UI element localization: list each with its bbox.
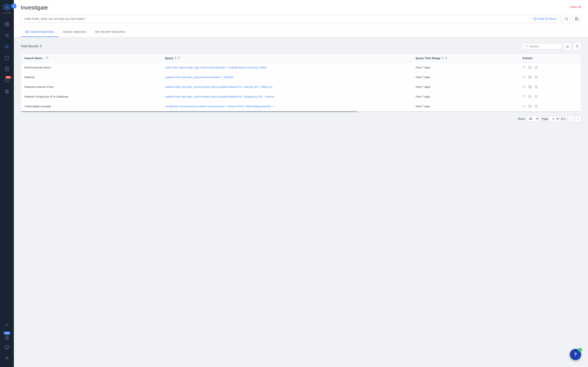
svg-point-26 <box>565 17 567 20</box>
cell-time-1: Past 7 days <box>412 72 519 82</box>
column-settings-button[interactable] <box>573 42 581 50</box>
cell-name-4: Vulnerability example <box>21 101 162 111</box>
run-search-icon-4[interactable] <box>522 104 526 108</box>
horizontal-scrollbar[interactable] <box>21 111 581 112</box>
main-search-bar: Past 24 hours <box>21 15 560 23</box>
time-range-label: Past 24 hours <box>538 17 557 20</box>
run-search-icon-1[interactable] <box>522 75 526 79</box>
nav-item-list[interactable] <box>2 30 12 41</box>
svg-point-36 <box>523 76 525 78</box>
sidebar-bottom: Trial <box>2 318 12 367</box>
help-label: ? <box>574 352 577 357</box>
svg-point-24 <box>6 357 8 358</box>
cell-actions-2 <box>519 82 581 92</box>
svg-line-27 <box>567 19 568 20</box>
tab-my-recent-searches[interactable]: My Recent Searches <box>91 27 130 37</box>
delete-icon-4[interactable] <box>534 104 538 108</box>
search-submit-button[interactable] <box>562 15 571 23</box>
save-icon-2[interactable] <box>528 85 532 89</box>
svg-line-41 <box>525 97 526 98</box>
prev-page-button[interactable]: ‹ <box>568 116 574 122</box>
results-header: Total Results: 5 <box>21 42 581 50</box>
sidebar-logo[interactable]: CLOUD <box>0 0 14 17</box>
svg-point-18 <box>6 324 8 325</box>
top-header: Investigate Clear All Past 24 hours <box>14 0 588 27</box>
page-navigation: ‹ › <box>568 116 581 122</box>
nav-item-shield[interactable] <box>2 53 12 63</box>
help-button[interactable]: 6 ? <box>570 349 581 360</box>
svg-point-28 <box>526 45 527 47</box>
rows-per-page-select[interactable]: 25 50 100 <box>526 116 539 122</box>
run-search-icon-3[interactable] <box>522 95 526 98</box>
cell-query-3[interactable]: network from vpc.flow_record where sourc… <box>162 92 412 101</box>
save-icon-4[interactable] <box>528 104 532 108</box>
tabs-container: My Saved Searches Saved Searches My Rece… <box>14 27 588 37</box>
page-selector: Page 1 of 1 <box>542 116 565 122</box>
svg-point-34 <box>523 66 525 68</box>
col-name-label: Search Name <box>25 57 42 60</box>
table-header-row: Search Name ↑ ⠿ Query ⇅ ⠿ <box>21 54 581 63</box>
nav-item-monitor[interactable] <box>2 342 12 352</box>
nav-item-alert[interactable]: 1889 <box>2 75 12 85</box>
save-icon-3[interactable] <box>528 95 532 98</box>
run-search-icon-0[interactable] <box>522 66 526 69</box>
cell-actions-3 <box>519 92 581 101</box>
nav-item-dashboard[interactable] <box>2 19 12 29</box>
delete-icon-2[interactable] <box>534 85 538 89</box>
nav-item-user[interactable] <box>2 353 12 364</box>
save-search-button[interactable] <box>572 15 581 23</box>
sidebar: CLOUD 1889 Trial <box>0 0 14 367</box>
download-button[interactable] <box>564 42 571 50</box>
cell-name-2: Network Insecure Ports <box>21 82 162 92</box>
main-search-input[interactable] <box>25 17 528 20</box>
help-badge: 6 <box>578 348 582 352</box>
clock-icon <box>533 17 537 20</box>
cell-query-4[interactable]: config from cloud.resource where cloud.s… <box>162 101 412 111</box>
tab-my-saved-searches[interactable]: My Saved Searches <box>21 27 58 37</box>
svg-point-38 <box>523 86 525 88</box>
svg-point-19 <box>7 338 7 339</box>
nav-item-trial[interactable]: Trial <box>2 331 12 341</box>
run-search-icon-2[interactable] <box>522 85 526 89</box>
cell-actions-1 <box>519 72 581 82</box>
app-logo-icon <box>3 3 11 11</box>
sort-both-icon-time[interactable]: ⇅ <box>442 57 444 59</box>
table-search-box <box>523 43 562 50</box>
svg-rect-2 <box>5 22 7 24</box>
col-header-time: Query Time Range ⇅ ⠿ <box>412 54 519 63</box>
svg-rect-21 <box>5 345 9 348</box>
cell-actions-0 <box>519 63 581 72</box>
nav-item-report[interactable] <box>2 64 12 74</box>
scrollbar-thumb[interactable] <box>21 111 357 112</box>
nav-item-book[interactable] <box>2 86 12 97</box>
of-label: of 1 <box>561 117 565 120</box>
svg-rect-4 <box>5 25 7 26</box>
sidebar-collapse-button[interactable] <box>11 3 17 9</box>
delete-icon-0[interactable] <box>534 66 538 69</box>
page-select[interactable]: 1 <box>550 116 560 122</box>
delete-icon-1[interactable] <box>534 75 538 79</box>
svg-line-10 <box>8 48 9 49</box>
time-range-selector[interactable]: Past 24 hours <box>530 17 557 20</box>
next-page-button[interactable]: › <box>575 116 581 122</box>
clear-all-button[interactable]: Clear All <box>570 5 581 9</box>
cell-query-2[interactable]: network from vpc.flow_record where sourc… <box>162 82 412 92</box>
sort-both-icon-query[interactable]: ⇅ <box>174 57 177 59</box>
svg-line-29 <box>527 47 528 48</box>
cell-query-1[interactable]: network from vpc.flow_record where packe… <box>162 72 412 82</box>
sort-asc-icon[interactable]: ↑ <box>43 56 45 60</box>
table-search-input[interactable] <box>529 45 560 48</box>
drag-handle-time[interactable]: ⠿ <box>445 56 447 60</box>
nav-item-search[interactable] <box>2 42 12 52</box>
table-row: Network Suspicious IP to Database networ… <box>21 92 581 101</box>
sidebar-nav: 1889 <box>2 17 12 318</box>
nav-item-settings[interactable] <box>2 319 12 330</box>
cell-time-2: Past 7 days <box>412 82 519 92</box>
drag-handle-name[interactable]: ⠿ <box>46 56 48 60</box>
save-icon-1[interactable] <box>528 75 532 79</box>
tab-saved-searches[interactable]: Saved Searches <box>58 27 91 37</box>
drag-handle-query[interactable]: ⠿ <box>178 56 180 60</box>
cell-query-0[interactable]: event from cloud.audit_logs where anomal… <box>162 63 412 72</box>
delete-icon-3[interactable] <box>534 95 538 98</box>
save-icon-0[interactable] <box>528 66 532 69</box>
